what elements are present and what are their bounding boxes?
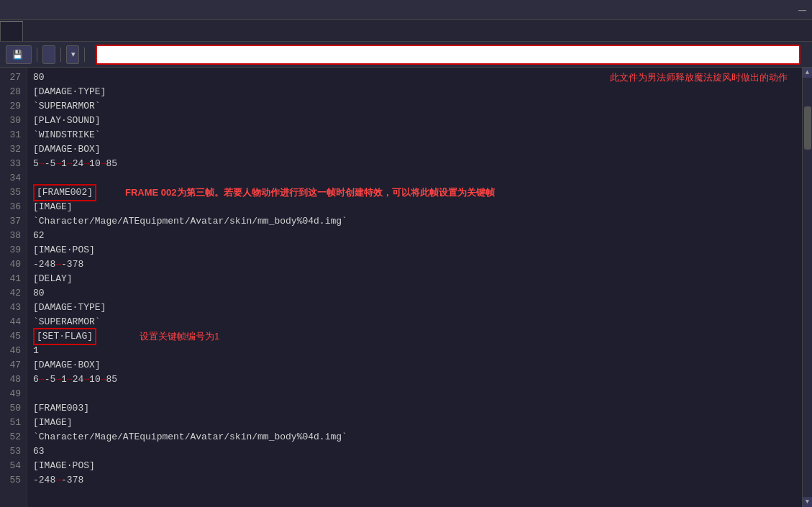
line-number: 54: [3, 459, 21, 473]
code-text: [IMAGE·POS]: [33, 243, 95, 257]
code-text: [FRAME003]: [33, 401, 89, 416]
table-row: [IMAGE·POS]: [33, 243, 796, 257]
encoding-dropdown[interactable]: ▾: [66, 45, 79, 64]
dropdown-arrow-icon: ▾: [71, 50, 76, 59]
code-text: `Character/Mage/ATEquipment/Avatar/skin/…: [33, 214, 347, 229]
separator-2: [60, 47, 61, 62]
code-text: [IMAGE]: [33, 416, 73, 430]
code-text: 62: [33, 229, 45, 243]
line-number: 28: [3, 85, 21, 99]
editor-container: 2728293031323334353637383940414243444546…: [0, 68, 812, 507]
line-number: 39: [3, 243, 21, 257]
line-number: 40: [3, 257, 21, 272]
code-text: `Character/Mage/ATEquipment/Avatar/skin/…: [33, 430, 347, 444]
table-row: `Character/Mage/ATEquipment/Avatar/skin/…: [33, 214, 796, 229]
code-lines[interactable]: 80[DAMAGE·TYPE]`SUPERARMOR`[PLAY·SOUND]`…: [27, 68, 802, 507]
table-row: [FRAME002]FRAME 002为第三帧。若要人物动作进行到这一帧时创建特…: [33, 186, 796, 200]
table-row: `WINDSTRIKE`: [33, 128, 796, 142]
line-number: 33: [3, 157, 21, 171]
line-number: 43: [3, 301, 21, 315]
line-number: 34: [3, 171, 21, 186]
toolbar: 💾 ▾: [0, 42, 812, 68]
line-number: 45: [3, 329, 21, 344]
setflag-annotation-box: [SET·FLAG]: [33, 328, 96, 345]
table-row: `Character/Mage/ATEquipment/Avatar/skin/…: [33, 430, 796, 444]
line-number: 53: [3, 444, 21, 459]
frame002-annotation-box: [FRAME002]: [33, 184, 96, 201]
code-text: -248→-378: [33, 473, 83, 488]
code-text: 80: [33, 286, 45, 301]
line-number: 29: [3, 99, 21, 114]
table-row: [DAMAGE·BOX]: [33, 142, 796, 157]
table-row: [SET·FLAG]设置关键帧编号为1: [33, 329, 796, 344]
scrollbar[interactable]: ▲ ▼: [802, 68, 812, 507]
path-bar[interactable]: [96, 45, 800, 65]
scroll-thumb[interactable]: [804, 106, 811, 150]
line-number: 42: [3, 286, 21, 301]
table-row: 5→-5→1→24→10→85: [33, 157, 796, 171]
line-number: 32: [3, 142, 21, 157]
line-number: 31: [3, 128, 21, 142]
table-row: [IMAGE·POS]: [33, 459, 796, 473]
table-row: [FRAME003]: [33, 401, 796, 416]
code-text: [DAMAGE·TYPE]: [33, 301, 106, 315]
table-row: 6→-5→1→24→10→85: [33, 373, 796, 387]
line-number: 49: [3, 387, 21, 401]
file-tab[interactable]: [0, 21, 23, 41]
tab-bar: [0, 20, 812, 42]
code-text: `SUPERARMOR`: [33, 315, 101, 329]
line-number: 38: [3, 229, 21, 243]
line-number: 36: [3, 200, 21, 214]
setflag-comment: 设置关键帧编号为1: [140, 329, 219, 344]
line-number: 37: [3, 214, 21, 229]
code-text: 1: [33, 344, 39, 358]
line-number: 44: [3, 315, 21, 329]
line-numbers: 2728293031323334353637383940414243444546…: [0, 68, 27, 507]
table-row: [PLAY·SOUND]: [33, 114, 796, 128]
table-row: -248→-378: [33, 473, 796, 488]
scroll-up-button[interactable]: ▲: [803, 68, 813, 78]
maximize-icon[interactable]: —: [798, 4, 806, 17]
line-number: 35: [3, 186, 21, 200]
table-row: 1: [33, 344, 796, 358]
code-text: [DELAY]: [33, 272, 73, 286]
table-row: `SUPERARMOR`: [33, 315, 796, 329]
code-text: [IMAGE·POS]: [33, 459, 95, 473]
code-text: 6→-5→1→24→10→85: [33, 373, 117, 387]
code-text: [PLAY·SOUND]: [33, 114, 101, 128]
line-number: 47: [3, 358, 21, 373]
table-row: [IMAGE]: [33, 200, 796, 214]
line-number: 46: [3, 344, 21, 358]
code-text: 5→-5→1→24→10→85: [33, 157, 117, 171]
frame002-comment: FRAME 002为第三帧。若要人物动作进行到这一帧时创建特效，可以将此帧设置为…: [125, 186, 495, 200]
btn2-button[interactable]: [42, 45, 55, 64]
code-area: 2728293031323334353637383940414243444546…: [0, 68, 802, 507]
line-number: 30: [3, 114, 21, 128]
line-number: 51: [3, 416, 21, 430]
table-row: [DELAY]: [33, 272, 796, 286]
save-icon: 💾: [12, 50, 23, 60]
code-text: [DAMAGE·BOX]: [33, 142, 101, 157]
table-row: 80: [33, 286, 796, 301]
table-row: [33, 387, 796, 401]
table-row: 63: [33, 444, 796, 459]
code-text: -248→-378: [33, 257, 83, 272]
table-row: [IMAGE]: [33, 416, 796, 430]
table-row: -248→-378: [33, 257, 796, 272]
code-text: 80: [33, 70, 45, 85]
line-number: 52: [3, 430, 21, 444]
table-row: [DAMAGE·BOX]: [33, 358, 796, 373]
scroll-down-button[interactable]: ▼: [803, 497, 813, 507]
table-row: [DAMAGE·TYPE]: [33, 85, 796, 99]
separator-3: [84, 47, 85, 62]
line-number: 48: [3, 373, 21, 387]
line-number: 41: [3, 272, 21, 286]
title-bar: —: [0, 0, 812, 20]
save-button[interactable]: 💾: [6, 45, 32, 64]
line-number: 55: [3, 473, 21, 488]
table-row: `SUPERARMOR`: [33, 99, 796, 114]
line-number: 27: [3, 70, 21, 85]
separator-1: [37, 47, 37, 62]
code-text: `SUPERARMOR`: [33, 99, 101, 114]
table-row: [DAMAGE·TYPE]: [33, 301, 796, 315]
